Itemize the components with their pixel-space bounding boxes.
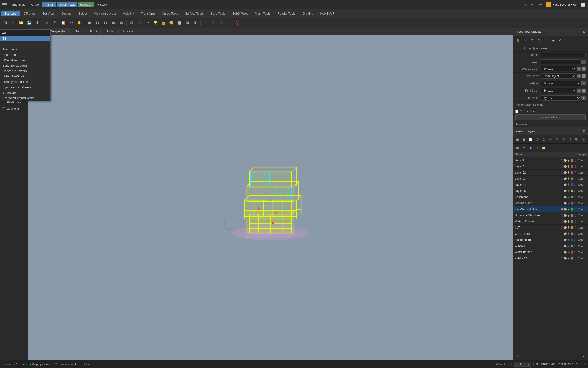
layer-icon-save[interactable]: ⬡ [561,136,567,142]
filter-icon[interactable]: ⧖ [524,3,527,7]
prop-display-color-gear[interactable]: ⚙ [577,67,581,71]
cplane-select[interactable]: CPlane [514,362,531,367]
autocomplete-zoomlens[interactable]: ZoomLens [0,47,50,52]
layer-row-first-second[interactable]: First/Second Floor 🔒 Conti... [513,206,588,212]
layer-row-default[interactable]: Default 🔒 Conti... [513,157,588,163]
custom-mesh-checkbox[interactable] [515,110,518,113]
prop-print-width-select[interactable]: By Layer [541,95,580,101]
viewport-content[interactable]: Perspective [28,35,513,360]
autocomplete-ptserializeedges[interactable]: ptSerializeEdges [0,57,50,63]
layer-lock-clt[interactable]: 🔒 [567,226,570,229]
layer-lock-02[interactable]: 🔒 [567,171,570,174]
layer-vis-make2d[interactable] [563,256,567,260]
layer-row-ground-floor[interactable]: Ground Floor 🔒 Conti... [513,200,588,206]
record-btn[interactable]: ⊙ [537,1,544,8]
tab-setview[interactable]: Set View [39,11,58,16]
history-btn[interactable]: History [95,2,109,7]
layer-color-03[interactable] [570,177,573,180]
tool-hatch[interactable]: ⬡ [210,19,217,27]
layers-filter-btn[interactable]: ▼ [580,353,586,359]
tool-undo[interactable]: ↩ [68,19,75,27]
layer-vis-04[interactable] [563,183,567,186]
layer-vis-ground-floor[interactable] [563,201,567,205]
layers-add-btn[interactable]: + [515,353,520,359]
layer-active-cork-blocks[interactable] [561,233,563,235]
tool-open[interactable]: 📂 [18,19,25,27]
layer-active-clt[interactable] [561,227,563,229]
layer-dot-05[interactable] [574,190,577,192]
layer-row-horiz-struct[interactable]: Horizontal Structure 🔒 Conti... [513,212,588,219]
tab-transform[interactable]: Transform [138,11,158,16]
tab-drafting[interactable]: Drafting [299,11,316,16]
layer-active-first-second[interactable] [561,208,563,211]
layer-lock-water-barrier[interactable]: 🔒 [567,251,570,254]
layer-row-water-barrier[interactable]: Water Barrier 🔒 Conti... [513,249,588,255]
viewport-tab-layouts[interactable]: Layouts... [120,28,140,34]
layer-color-01[interactable] [570,165,573,168]
prop-face-color-gear[interactable]: ⚙ [577,74,581,78]
tool-zoom-ex[interactable]: ⊘ [94,19,101,27]
prop-linetype-select[interactable]: By Layer [541,81,580,86]
layer-active-water-barrier[interactable] [561,251,563,253]
hamburger-menu[interactable] [2,2,7,7]
layer-color-basement[interactable] [570,196,573,198]
tool-dup[interactable]: ⬡ [136,19,143,27]
layer-dot-horiz-struct[interactable] [574,214,577,217]
autocomplete-zoomends[interactable]: ZoomEnds [0,52,50,57]
layer-vis-vert-struct[interactable] [563,220,567,223]
prop-layer-input[interactable] [541,59,580,64]
layer-active-default[interactable] [561,159,563,162]
layer-dot-first-second[interactable] [574,208,577,211]
layer-icon-new[interactable]: ▦ [521,136,527,142]
prop-icon-text[interactable]: T [543,37,549,43]
tool-grid[interactable]: ⊞ [1,19,9,27]
layer-active-02[interactable] [561,171,563,174]
layer-vis-01[interactable] [563,165,567,168]
prop-print-color-select[interactable]: By Layer [541,88,576,93]
layer-dot-default[interactable] [574,159,577,162]
autocomplete-converttobeziers[interactable]: ConvertToBeziers [0,68,50,74]
layer-icon-camera[interactable]: 📷 [580,136,586,142]
layer-lock-vert-struct[interactable]: 🔒 [567,220,570,223]
tool-pan[interactable]: ✋ [76,19,83,27]
layer-color-water-barrier[interactable] [570,251,573,254]
layer-active-05[interactable] [561,190,563,192]
tool-sphere[interactable]: ⬤ [176,19,183,27]
tool-copy[interactable]: ⎘ [52,19,59,27]
layer-vis-window[interactable] [563,244,567,248]
layer-color-clt[interactable] [570,226,573,229]
layer-icon-sun[interactable]: ☀ [534,145,540,151]
layer-vis-02[interactable] [563,171,567,174]
layer-vis-water-barrier[interactable] [563,250,567,254]
prop-print-color-gear[interactable]: ⚙ [577,89,581,93]
snap-disable-checkbox[interactable] [2,107,5,110]
layer-lock-cork-blocks[interactable]: 🔒 [567,232,570,235]
autocomplete-synchronizeviews[interactable]: SynchronizeViews [0,63,50,68]
command-input[interactable] [0,30,50,36]
layer-row-basement[interactable]: Basement 🔒 Conti... [513,194,588,200]
tool-cut[interactable]: ✂ [44,19,51,27]
layer-color-vert-struct[interactable] [570,220,573,223]
tool-light[interactable]: 💡 [152,19,159,27]
layer-dot-02[interactable] [574,171,577,174]
layer-active-plasterboard[interactable] [561,239,563,241]
tool-snap[interactable]: ⊕ [86,19,93,27]
layer-row-plasterboard[interactable]: Plasterboard 🔒 Conti... [513,237,588,243]
tool-lock[interactable]: 🔒 [160,19,167,27]
layer-row-vert-struct[interactable]: Vertical Structure 🔒 Conti... [513,219,588,225]
layer-dot-cork-blocks[interactable] [574,233,577,235]
layer-lock-01[interactable]: 🔒 [567,165,570,168]
tab-new-v7[interactable]: New in V7 [317,11,337,16]
viewport-tab-front[interactable]: Front [87,28,100,34]
tool-zoom-sel[interactable]: ⊚ [118,19,125,27]
tab-cplanes[interactable]: CPlanes [20,11,39,16]
prop-face-color-btn[interactable] [582,74,586,78]
layer-color-cork-blocks[interactable] [570,232,573,235]
layer-lock-make2d[interactable]: 🔒 [567,257,570,260]
layer-lock-ground-floor[interactable]: 🔒 [567,202,570,205]
layer-icon-help[interactable]: ? [554,136,560,142]
prop-icon-curve[interactable]: ∿ [522,37,528,43]
layer-icon-grid[interactable]: ⊞ [514,145,520,151]
layers-remove-btn[interactable]: − [521,353,527,359]
layer-active-04[interactable] [561,184,563,186]
